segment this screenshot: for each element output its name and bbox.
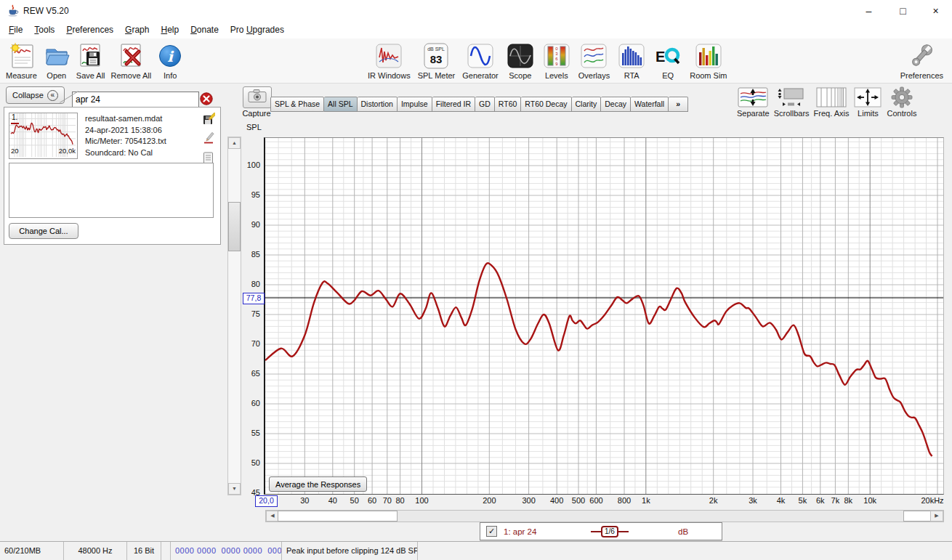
x-tick-label: 5k	[799, 496, 807, 505]
tab-waterfall[interactable]: Waterfall	[631, 97, 669, 112]
graph-tool-label: Freq. Axis	[814, 109, 850, 118]
y-tick-label: 90	[235, 220, 260, 229]
open-button[interactable]: Open	[40, 40, 73, 81]
clear-search-icon[interactable]	[200, 92, 213, 105]
tab-gd[interactable]: GD	[475, 97, 495, 112]
menu-bar: FileToolsPreferencesGraphHelpDonatePro U…	[0, 22, 952, 38]
limits-button[interactable]: Limits	[853, 86, 882, 118]
average-responses-button[interactable]: Average the Responses	[269, 476, 367, 492]
trace-pencil-icon[interactable]	[203, 132, 215, 147]
change-cal-button[interactable]: Change Cal...	[9, 223, 78, 239]
menu-file[interactable]: File	[3, 22, 28, 38]
toolbar-group-left: Measure Open Save All Remove All iInfo	[3, 40, 186, 81]
java-app-icon	[7, 4, 20, 17]
room-sim-button[interactable]: Room Sim	[687, 40, 730, 81]
tab-filtered-ir[interactable]: Filtered IR	[432, 97, 475, 112]
spl-plot-area[interactable]	[264, 137, 944, 495]
tab-rt60-decay[interactable]: RT60 Decay	[521, 97, 571, 112]
status-bar: 60/210MB48000 Hz16 Bit0000 0000 0000 000…	[0, 541, 952, 560]
menu-graph[interactable]: Graph	[119, 22, 155, 38]
capture-button[interactable]	[243, 86, 272, 108]
collapse-chevrons-icon: «	[47, 90, 58, 101]
edit-save-icon[interactable]	[203, 113, 215, 128]
ir-windows-button[interactable]: IR Windows	[365, 40, 414, 81]
info-icon: i	[157, 41, 183, 70]
x-tick-label: 70	[383, 496, 392, 505]
tab-overflow-chevrons-icon[interactable]: »	[669, 97, 688, 112]
save-all-button[interactable]: Save All	[73, 40, 108, 81]
graph-horizontal-scrollbar[interactable]: ◀ ▶	[265, 510, 944, 522]
window-title: REW V5.20	[23, 6, 69, 16]
scope-button[interactable]: Scope	[503, 40, 538, 81]
trace-visibility-checkbox[interactable]: ✓	[486, 526, 497, 537]
x-tick-label: 30	[300, 496, 309, 505]
rew-application-window: REW V5.20 – □ × FileToolsPreferencesGrap…	[0, 0, 952, 560]
limits-icon	[853, 86, 882, 109]
maximize-button[interactable]: □	[887, 0, 919, 22]
horizontal-scrollbar-segment[interactable]	[903, 511, 932, 522]
notes-textarea[interactable]	[9, 163, 214, 218]
tab-rt60[interactable]: RT60	[495, 97, 522, 112]
smoothing-badge: 1/6	[601, 526, 618, 537]
toolbar-button-label: RTA	[624, 71, 640, 80]
bit-depth: 16 Bit	[127, 542, 161, 560]
y-tick-label: 75	[235, 309, 260, 318]
tab-impulse[interactable]: Impulse	[398, 97, 432, 112]
trace-legend-label[interactable]: 1: apr 24	[504, 527, 536, 536]
measurement-search-input[interactable]	[72, 92, 199, 107]
y-tick-label: 50	[235, 458, 260, 467]
x-tick-label: 1k	[642, 496, 650, 505]
tab-spl-phase[interactable]: SPL & Phase	[270, 97, 324, 112]
status-filler	[418, 542, 952, 560]
freq-axis-button[interactable]: Freq. Axis	[814, 86, 850, 118]
camera-icon	[248, 89, 267, 107]
y-tick-label: 80	[235, 280, 260, 288]
close-button[interactable]: ×	[919, 0, 952, 22]
measurement-mic-cal: Mic/Meter: 7054123.txt	[85, 136, 166, 147]
tab-decay[interactable]: Decay	[601, 97, 631, 112]
generator-button[interactable]: Generator	[459, 40, 501, 81]
graph-tool-label: Controls	[887, 109, 916, 118]
controls-button[interactable]: Controls	[887, 86, 916, 118]
collapse-sidebar-button[interactable]: Collapse «	[6, 86, 65, 104]
spl-meter-button[interactable]: dB SPL 83SPL Meter	[415, 40, 459, 81]
menu-donate[interactable]: Donate	[185, 22, 225, 38]
levels-button[interactable]: 0 3 6 9Levels	[539, 40, 574, 81]
menu-preferences[interactable]: Preferences	[60, 22, 119, 38]
x-tick-label: 20kHz	[921, 496, 943, 505]
scroll-up-arrow-icon[interactable]: ▲	[228, 137, 241, 149]
svg-text:dB SPL: dB SPL	[428, 46, 445, 52]
y-tick-label: 60	[235, 399, 260, 407]
rta-button[interactable]: RTA	[614, 40, 649, 81]
eq-button[interactable]: E EQ	[650, 40, 685, 81]
tab-distortion[interactable]: Distortion	[358, 97, 398, 112]
preferences-button[interactable]: Preferences	[897, 40, 946, 81]
menu-help[interactable]: Help	[155, 22, 185, 38]
toolbar-button-label: Save All	[76, 71, 105, 80]
horizontal-scrollbar-thumb[interactable]	[278, 511, 398, 522]
scrollbars-button[interactable]: Scrollbars	[774, 86, 810, 118]
tab-clarity[interactable]: Clarity	[572, 97, 602, 112]
measure-button[interactable]: Measure	[3, 40, 40, 81]
x-tick-label: 3k	[749, 496, 757, 505]
menu-pro-upgrades[interactable]: Pro Upgrades	[225, 22, 290, 38]
scroll-right-arrow-icon[interactable]: ▶	[930, 511, 943, 522]
trace-legend: ✓ 1: apr 24 1/6 dB	[480, 522, 722, 540]
tab-all-spl[interactable]: All SPL	[324, 97, 357, 112]
remove-all-button[interactable]: Remove All	[108, 40, 155, 81]
overlays-button[interactable]: Overlays	[576, 40, 613, 81]
title-bar: REW V5.20 – □ ×	[0, 0, 952, 22]
smoothing-indicator[interactable]: 1/6	[591, 523, 629, 540]
overlays-icon	[579, 41, 608, 70]
x-tick-label: 10k	[863, 496, 876, 505]
toolbar-button-label: Scope	[509, 71, 531, 80]
minimize-button[interactable]: –	[852, 0, 885, 22]
measurement-soundcard-cal: Soundcard: No Cal	[85, 147, 166, 159]
trace-line-sample	[591, 531, 601, 532]
collapse-label: Collapse	[12, 91, 44, 100]
y-tick-label: 70	[235, 339, 260, 348]
separate-button[interactable]: Separate	[737, 86, 770, 118]
svg-text:83: 83	[430, 53, 443, 65]
info-button[interactable]: iInfo	[154, 40, 186, 81]
menu-tools[interactable]: Tools	[28, 22, 60, 38]
